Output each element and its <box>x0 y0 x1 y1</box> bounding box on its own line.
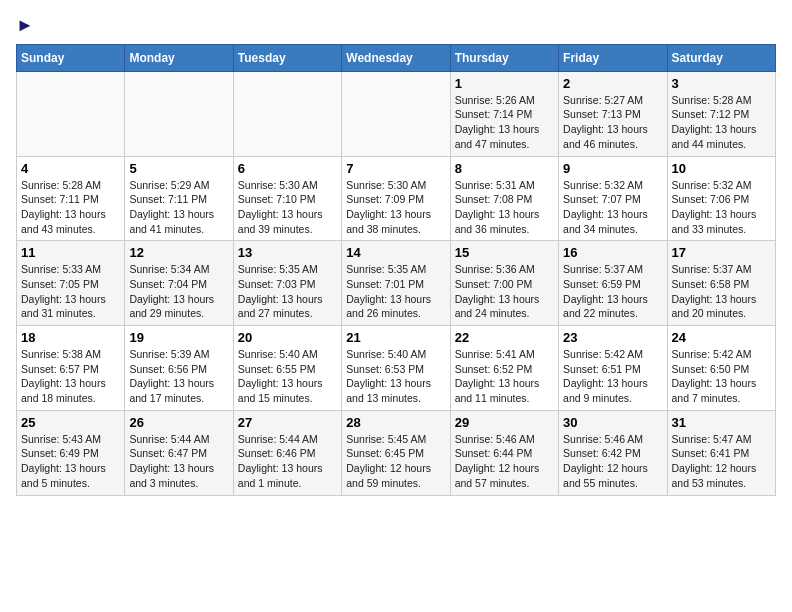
day-info: Sunrise: 5:35 AM Sunset: 7:01 PM Dayligh… <box>346 262 445 321</box>
table-row: 5Sunrise: 5:29 AM Sunset: 7:11 PM Daylig… <box>125 156 233 241</box>
table-row: 4Sunrise: 5:28 AM Sunset: 7:11 PM Daylig… <box>17 156 125 241</box>
day-number: 22 <box>455 330 554 345</box>
weekday-tuesday: Tuesday <box>233 44 341 71</box>
day-info: Sunrise: 5:30 AM Sunset: 7:10 PM Dayligh… <box>238 178 337 237</box>
weekday-sunday: Sunday <box>17 44 125 71</box>
day-info: Sunrise: 5:26 AM Sunset: 7:14 PM Dayligh… <box>455 93 554 152</box>
day-info: Sunrise: 5:38 AM Sunset: 6:57 PM Dayligh… <box>21 347 120 406</box>
day-info: Sunrise: 5:29 AM Sunset: 7:11 PM Dayligh… <box>129 178 228 237</box>
day-number: 13 <box>238 245 337 260</box>
table-row <box>233 71 341 156</box>
weekday-monday: Monday <box>125 44 233 71</box>
day-number: 5 <box>129 161 228 176</box>
table-row: 18Sunrise: 5:38 AM Sunset: 6:57 PM Dayli… <box>17 326 125 411</box>
table-row: 21Sunrise: 5:40 AM Sunset: 6:53 PM Dayli… <box>342 326 450 411</box>
table-row: 16Sunrise: 5:37 AM Sunset: 6:59 PM Dayli… <box>559 241 667 326</box>
day-info: Sunrise: 5:41 AM Sunset: 6:52 PM Dayligh… <box>455 347 554 406</box>
table-row: 29Sunrise: 5:46 AM Sunset: 6:44 PM Dayli… <box>450 410 558 495</box>
day-info: Sunrise: 5:39 AM Sunset: 6:56 PM Dayligh… <box>129 347 228 406</box>
day-info: Sunrise: 5:44 AM Sunset: 6:47 PM Dayligh… <box>129 432 228 491</box>
table-row: 20Sunrise: 5:40 AM Sunset: 6:55 PM Dayli… <box>233 326 341 411</box>
calendar-table: Sunday Monday Tuesday Wednesday Thursday… <box>16 44 776 496</box>
table-row: 12Sunrise: 5:34 AM Sunset: 7:04 PM Dayli… <box>125 241 233 326</box>
day-number: 11 <box>21 245 120 260</box>
day-info: Sunrise: 5:33 AM Sunset: 7:05 PM Dayligh… <box>21 262 120 321</box>
header: ► <box>16 16 776 36</box>
weekday-saturday: Saturday <box>667 44 775 71</box>
table-row: 13Sunrise: 5:35 AM Sunset: 7:03 PM Dayli… <box>233 241 341 326</box>
day-number: 4 <box>21 161 120 176</box>
calendar-week-row: 11Sunrise: 5:33 AM Sunset: 7:05 PM Dayli… <box>17 241 776 326</box>
day-info: Sunrise: 5:30 AM Sunset: 7:09 PM Dayligh… <box>346 178 445 237</box>
day-info: Sunrise: 5:31 AM Sunset: 7:08 PM Dayligh… <box>455 178 554 237</box>
day-info: Sunrise: 5:32 AM Sunset: 7:06 PM Dayligh… <box>672 178 771 237</box>
table-row: 26Sunrise: 5:44 AM Sunset: 6:47 PM Dayli… <box>125 410 233 495</box>
calendar-week-row: 4Sunrise: 5:28 AM Sunset: 7:11 PM Daylig… <box>17 156 776 241</box>
table-row: 11Sunrise: 5:33 AM Sunset: 7:05 PM Dayli… <box>17 241 125 326</box>
day-number: 9 <box>563 161 662 176</box>
day-number: 27 <box>238 415 337 430</box>
table-row <box>125 71 233 156</box>
table-row: 8Sunrise: 5:31 AM Sunset: 7:08 PM Daylig… <box>450 156 558 241</box>
day-info: Sunrise: 5:46 AM Sunset: 6:44 PM Dayligh… <box>455 432 554 491</box>
table-row: 7Sunrise: 5:30 AM Sunset: 7:09 PM Daylig… <box>342 156 450 241</box>
logo-arrow-icon: ► <box>16 15 34 35</box>
day-number: 29 <box>455 415 554 430</box>
day-info: Sunrise: 5:43 AM Sunset: 6:49 PM Dayligh… <box>21 432 120 491</box>
day-number: 12 <box>129 245 228 260</box>
table-row: 28Sunrise: 5:45 AM Sunset: 6:45 PM Dayli… <box>342 410 450 495</box>
day-number: 21 <box>346 330 445 345</box>
calendar-week-row: 25Sunrise: 5:43 AM Sunset: 6:49 PM Dayli… <box>17 410 776 495</box>
table-row: 14Sunrise: 5:35 AM Sunset: 7:01 PM Dayli… <box>342 241 450 326</box>
day-number: 31 <box>672 415 771 430</box>
day-number: 1 <box>455 76 554 91</box>
day-number: 23 <box>563 330 662 345</box>
table-row: 24Sunrise: 5:42 AM Sunset: 6:50 PM Dayli… <box>667 326 775 411</box>
day-info: Sunrise: 5:44 AM Sunset: 6:46 PM Dayligh… <box>238 432 337 491</box>
table-row: 27Sunrise: 5:44 AM Sunset: 6:46 PM Dayli… <box>233 410 341 495</box>
calendar-week-row: 18Sunrise: 5:38 AM Sunset: 6:57 PM Dayli… <box>17 326 776 411</box>
weekday-thursday: Thursday <box>450 44 558 71</box>
weekday-wednesday: Wednesday <box>342 44 450 71</box>
day-info: Sunrise: 5:27 AM Sunset: 7:13 PM Dayligh… <box>563 93 662 152</box>
day-info: Sunrise: 5:37 AM Sunset: 6:58 PM Dayligh… <box>672 262 771 321</box>
day-info: Sunrise: 5:45 AM Sunset: 6:45 PM Dayligh… <box>346 432 445 491</box>
day-number: 30 <box>563 415 662 430</box>
table-row: 2Sunrise: 5:27 AM Sunset: 7:13 PM Daylig… <box>559 71 667 156</box>
table-row: 6Sunrise: 5:30 AM Sunset: 7:10 PM Daylig… <box>233 156 341 241</box>
day-info: Sunrise: 5:28 AM Sunset: 7:11 PM Dayligh… <box>21 178 120 237</box>
day-info: Sunrise: 5:40 AM Sunset: 6:55 PM Dayligh… <box>238 347 337 406</box>
day-number: 25 <box>21 415 120 430</box>
day-number: 17 <box>672 245 771 260</box>
day-info: Sunrise: 5:46 AM Sunset: 6:42 PM Dayligh… <box>563 432 662 491</box>
table-row: 9Sunrise: 5:32 AM Sunset: 7:07 PM Daylig… <box>559 156 667 241</box>
day-number: 7 <box>346 161 445 176</box>
day-info: Sunrise: 5:32 AM Sunset: 7:07 PM Dayligh… <box>563 178 662 237</box>
day-number: 6 <box>238 161 337 176</box>
table-row: 17Sunrise: 5:37 AM Sunset: 6:58 PM Dayli… <box>667 241 775 326</box>
day-number: 2 <box>563 76 662 91</box>
table-row: 23Sunrise: 5:42 AM Sunset: 6:51 PM Dayli… <box>559 326 667 411</box>
day-number: 19 <box>129 330 228 345</box>
day-number: 18 <box>21 330 120 345</box>
day-info: Sunrise: 5:35 AM Sunset: 7:03 PM Dayligh… <box>238 262 337 321</box>
day-info: Sunrise: 5:42 AM Sunset: 6:50 PM Dayligh… <box>672 347 771 406</box>
calendar-week-row: 1Sunrise: 5:26 AM Sunset: 7:14 PM Daylig… <box>17 71 776 156</box>
day-number: 3 <box>672 76 771 91</box>
day-number: 10 <box>672 161 771 176</box>
day-info: Sunrise: 5:36 AM Sunset: 7:00 PM Dayligh… <box>455 262 554 321</box>
table-row: 10Sunrise: 5:32 AM Sunset: 7:06 PM Dayli… <box>667 156 775 241</box>
day-number: 28 <box>346 415 445 430</box>
day-info: Sunrise: 5:47 AM Sunset: 6:41 PM Dayligh… <box>672 432 771 491</box>
table-row: 30Sunrise: 5:46 AM Sunset: 6:42 PM Dayli… <box>559 410 667 495</box>
day-number: 16 <box>563 245 662 260</box>
day-number: 24 <box>672 330 771 345</box>
table-row <box>17 71 125 156</box>
table-row: 3Sunrise: 5:28 AM Sunset: 7:12 PM Daylig… <box>667 71 775 156</box>
table-row: 15Sunrise: 5:36 AM Sunset: 7:00 PM Dayli… <box>450 241 558 326</box>
day-number: 26 <box>129 415 228 430</box>
day-number: 8 <box>455 161 554 176</box>
table-row <box>342 71 450 156</box>
day-info: Sunrise: 5:34 AM Sunset: 7:04 PM Dayligh… <box>129 262 228 321</box>
day-number: 15 <box>455 245 554 260</box>
